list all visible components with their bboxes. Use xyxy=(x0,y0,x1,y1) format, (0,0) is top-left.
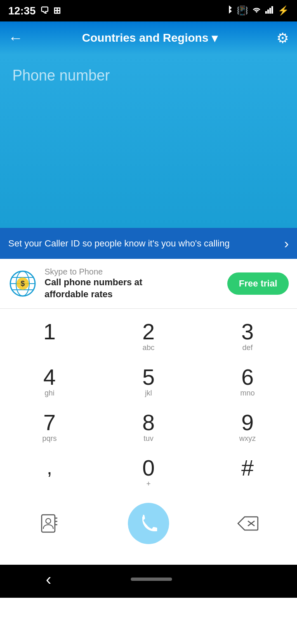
header-title-area: Countries and Regions ▾ xyxy=(82,31,217,45)
key-8[interactable]: 8 tuv xyxy=(99,404,198,449)
contacts-button[interactable] xyxy=(0,513,99,534)
key-4[interactable]: 4 ghi xyxy=(0,358,99,404)
dialpad-row-1: 1 2 abc 3 def xyxy=(0,313,297,358)
svg-text:$: $ xyxy=(21,279,25,288)
key-5-number: 5 xyxy=(142,366,155,388)
vibrate-icon: 📳 xyxy=(237,5,248,16)
key-hash-number: # xyxy=(241,457,254,479)
contacts-icon xyxy=(39,513,60,534)
key-2[interactable]: 2 abc xyxy=(99,313,198,358)
message-icon: 🗨 xyxy=(40,5,49,16)
header: ← Countries and Regions ▾ ⚙ xyxy=(0,21,297,54)
key-star[interactable]: , xyxy=(0,449,99,495)
key-8-letters: tuv xyxy=(144,434,153,443)
dialpad-row-4: , 0 + # xyxy=(0,449,297,495)
key-7-number: 7 xyxy=(43,411,56,433)
backspace-icon xyxy=(236,515,259,532)
key-8-number: 8 xyxy=(142,411,155,433)
nav-back-button[interactable]: ‹ xyxy=(33,566,64,593)
key-3-letters: def xyxy=(242,343,252,353)
signal-icon xyxy=(265,5,273,16)
dialpad-row-3: 7 pqrs 8 tuv 9 wxyz xyxy=(0,404,297,449)
key-7[interactable]: 7 pqrs xyxy=(0,404,99,449)
nav-home-pill[interactable] xyxy=(131,578,172,581)
dropdown-icon[interactable]: ▾ xyxy=(212,31,217,45)
key-4-letters: ghi xyxy=(45,389,54,398)
bluetooth-icon xyxy=(225,5,233,17)
status-bar-right: 📳 ⚡ xyxy=(225,5,289,17)
svg-rect-2 xyxy=(269,8,271,14)
key-5-letters: jkl xyxy=(145,389,152,398)
wifi-icon xyxy=(252,5,261,16)
key-1-number: 1 xyxy=(43,320,56,343)
caller-id-banner[interactable]: Set your Caller ID so people know it's y… xyxy=(0,228,297,259)
key-4-number: 4 xyxy=(43,366,56,388)
backspace-button[interactable] xyxy=(198,515,297,532)
call-button-container[interactable] xyxy=(99,503,198,544)
phone-number-label[interactable]: Phone number xyxy=(12,67,285,84)
svg-rect-0 xyxy=(265,11,267,14)
key-6[interactable]: 6 mno xyxy=(198,358,297,404)
key-9-letters: wxyz xyxy=(239,434,256,443)
key-2-number: 2 xyxy=(142,320,155,343)
skype-to-phone-icon: $ xyxy=(8,269,37,298)
back-button[interactable]: ← xyxy=(8,29,23,47)
key-3[interactable]: 3 def xyxy=(198,313,297,358)
promo-title: Call phone numbers at affordable rates xyxy=(45,277,177,300)
status-bar-left: 12:35 🗨 ⊞ xyxy=(8,5,61,17)
promo-section: $ Skype to Phone Call phone numbers at a… xyxy=(0,259,297,309)
battery-icon: ⚡ xyxy=(278,5,289,16)
free-trial-button[interactable]: Free trial xyxy=(227,272,289,295)
key-2-letters: abc xyxy=(142,343,154,353)
key-0-number: 0 xyxy=(142,457,155,479)
key-6-letters: mno xyxy=(240,389,255,398)
svg-rect-1 xyxy=(267,9,269,14)
phone-area: Phone number xyxy=(0,54,297,228)
status-bar: 12:35 🗨 ⊞ 📳 ⚡ xyxy=(0,0,297,21)
key-6-number: 6 xyxy=(241,366,254,388)
status-time: 12:35 xyxy=(8,5,36,17)
dialpad-row-2: 4 ghi 5 jkl 6 mno xyxy=(0,358,297,404)
key-9[interactable]: 9 wxyz xyxy=(198,404,297,449)
phone-call-icon xyxy=(139,514,158,533)
key-0-letters: + xyxy=(146,480,151,489)
key-0[interactable]: 0 + xyxy=(99,449,198,495)
caller-id-text: Set your Caller ID so people know it's y… xyxy=(8,238,230,249)
key-9-number: 9 xyxy=(241,411,254,433)
svg-rect-3 xyxy=(271,6,273,14)
photo-icon: ⊞ xyxy=(53,5,61,16)
key-1[interactable]: 1 xyxy=(0,313,99,358)
page-title: Countries and Regions xyxy=(82,31,208,45)
key-star-number: , xyxy=(47,458,52,478)
key-5[interactable]: 5 jkl xyxy=(99,358,198,404)
key-hash[interactable]: # xyxy=(198,449,297,495)
settings-icon[interactable]: ⚙ xyxy=(276,30,289,46)
key-3-number: 3 xyxy=(241,320,254,343)
dialpad-bottom-row xyxy=(0,495,297,556)
caller-id-chevron: › xyxy=(284,235,289,251)
promo-subtitle: Skype to Phone xyxy=(45,267,177,277)
key-7-letters: pqrs xyxy=(42,434,57,443)
promo-text-block: Skype to Phone Call phone numbers at aff… xyxy=(45,267,177,300)
promo-left: $ Skype to Phone Call phone numbers at a… xyxy=(8,267,177,300)
nav-bar: ‹ xyxy=(0,565,297,598)
dialpad: 1 2 abc 3 def 4 ghi 5 jkl 6 mno 7 pqrs xyxy=(0,309,297,565)
call-button[interactable] xyxy=(128,503,169,544)
svg-point-15 xyxy=(46,519,51,523)
